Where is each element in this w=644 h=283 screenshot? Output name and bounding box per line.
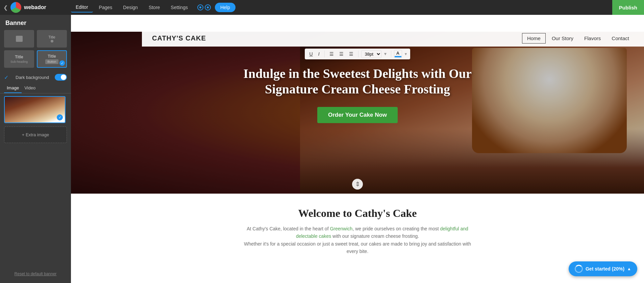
banner-hero: U I ☰ ☰ ☰ 38pt 24pt 32pt 48pt [71, 32, 644, 194]
toolbar-align-left-button[interactable]: ☰ [327, 50, 336, 58]
toolbar-italic-button[interactable]: I [316, 50, 322, 58]
layout-placeholder-1 [16, 36, 23, 42]
layout-title-sub-button[interactable]: Title Button ✓ [37, 50, 67, 68]
toolbar-separator-1 [324, 51, 325, 57]
tab-video[interactable]: Video [22, 83, 38, 93]
check-icon: ✓ [4, 74, 8, 81]
logo-area: ❮ webador [0, 2, 71, 13]
toolbar-align-center-button[interactable]: ☰ [337, 50, 346, 58]
nav-editor[interactable]: Editor [71, 2, 93, 12]
get-started-label: Get started (20%) [586, 266, 624, 272]
nav-indicators [197, 4, 211, 10]
banner-headline[interactable]: Indulge in the Sweetest Delights with Ou… [239, 66, 476, 97]
nav-dot-2 [205, 4, 211, 10]
canvas-area: CATHY'S CAKE Home Our Story Flavors Cont… [71, 15, 644, 283]
welcome-highlight-2: delightful and delectable cakes [296, 226, 468, 239]
toolbar-align-right-button[interactable]: ☰ [347, 50, 355, 58]
welcome-body-text: At Cathy's Cake, located in the heart of… [239, 225, 476, 255]
get-started-button[interactable]: Get started (20%) ▲ [569, 261, 637, 276]
layout-placeholder-3: Title Sub-heading [10, 55, 28, 63]
cake-thumbnail-image [5, 97, 65, 122]
layout-subheading-label: Sub-heading [10, 60, 28, 63]
thumbnail-selected-icon: ✓ [57, 114, 63, 120]
back-arrow-icon[interactable]: ❮ [3, 4, 8, 11]
toolbar-separator-2 [358, 51, 358, 57]
layout-title4-label: Title [48, 54, 56, 59]
layout-placeholder-2: Title [48, 35, 55, 43]
nav-items: Editor Pages Design Store Settings Help [71, 2, 612, 12]
toolbar-separator-3 [391, 51, 391, 57]
nav-dot-1 [197, 4, 203, 10]
welcome-title: Welcome to Cathy's Cake [81, 207, 634, 220]
main-area: Banner Title Title Sub-heading [0, 15, 644, 283]
scroll-indicator[interactable]: ⇕ [352, 179, 363, 190]
selected-check-icon: ✓ [59, 60, 65, 66]
layout-title-label: Title [48, 35, 55, 39]
dark-background-label: Dark background [16, 75, 49, 80]
toolbar-font-size-select[interactable]: 38pt 24pt 32pt 48pt [361, 50, 381, 58]
help-button[interactable]: Help [215, 3, 236, 12]
layout-dot-icon [51, 40, 53, 43]
sidebar: Banner Title Title Sub-heading [0, 15, 71, 283]
webador-logo-icon [10, 2, 21, 13]
dark-background-row: ✓ Dark background [0, 71, 71, 83]
nav-design[interactable]: Design [118, 3, 143, 12]
toolbar-underline-button[interactable]: U [307, 50, 315, 58]
nav-pages[interactable]: Pages [94, 3, 117, 12]
top-navigation: ❮ webador Editor Pages Design Store Sett… [0, 0, 644, 15]
layout-title-only[interactable]: Title [37, 30, 67, 48]
order-cta-button[interactable]: Order Your Cake Now [317, 107, 398, 123]
banner-content: U I ☰ ☰ ☰ 38pt 24pt 32pt 48pt [71, 32, 644, 194]
publish-button[interactable]: Publish [612, 0, 644, 15]
layout-title-subheading[interactable]: Title Sub-heading [4, 50, 34, 68]
banner-thumbnail[interactable]: ✓ [4, 96, 66, 123]
tab-image[interactable]: Image [4, 83, 22, 93]
welcome-highlight-1: Greenwich [330, 226, 352, 231]
color-swatch [395, 56, 401, 57]
layout-title-lg-label: Title [15, 55, 23, 59]
extra-image-button[interactable]: + Extra image [4, 126, 67, 143]
nav-store[interactable]: Store [144, 3, 165, 12]
layout-img-icon [16, 36, 23, 42]
progress-circle [575, 265, 583, 273]
toolbar-color-button[interactable]: A [394, 50, 402, 58]
thumbnail-area: ✓ [0, 96, 71, 123]
reset-default-banner-link[interactable]: Reset to default banner [0, 268, 71, 280]
chevron-up-icon: ▲ [627, 266, 631, 271]
layout-options: Title Title Sub-heading Title Button ✓ [0, 30, 71, 71]
image-video-tabs: Image Video [0, 83, 71, 93]
welcome-section: Welcome to Cathy's Cake At Cathy's Cake,… [71, 194, 644, 262]
layout-image-only[interactable] [4, 30, 34, 48]
layout-button-label: Button [45, 59, 58, 64]
dark-background-toggle[interactable] [55, 74, 67, 81]
layout-placeholder-4: Title Button [45, 54, 58, 64]
sidebar-title: Banner [0, 15, 71, 30]
text-toolbar: U I ☰ ☰ ☰ 38pt 24pt 32pt 48pt [305, 49, 411, 59]
logo-text: webador [24, 4, 46, 10]
nav-settings[interactable]: Settings [166, 3, 193, 12]
